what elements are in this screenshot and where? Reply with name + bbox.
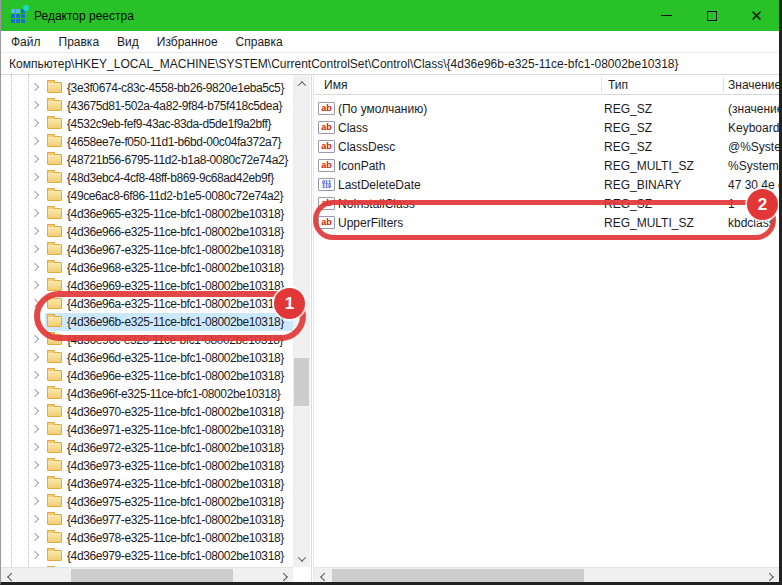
list-horizontal-scrollbar[interactable]: [314, 567, 779, 584]
maximize-button[interactable]: [689, 0, 734, 31]
tree-key-row[interactable]: {4d36e96c-e325-11ce-bfc1-08002be10318}: [1, 331, 293, 349]
tree-key-row[interactable]: {4d36e979-e325-11ce-bfc1-08002be10318}: [1, 547, 293, 565]
tree-key-row[interactable]: {4d36e968-e325-11ce-bfc1-08002be10318}: [1, 259, 293, 277]
value-row[interactable]: ab NoInstallClass REG_SZ 1: [314, 194, 779, 213]
tree-key-row[interactable]: {4d36e96d-e325-11ce-bfc1-08002be10318}: [1, 349, 293, 367]
tree-key-row[interactable]: {4d36e96f-e325-11ce-bfc1-08002be10318}: [1, 385, 293, 403]
chevron-right-icon[interactable]: [31, 173, 39, 181]
column-header-type[interactable]: Тип: [608, 78, 628, 92]
tree-horizontal-scrollbar[interactable]: [1, 567, 293, 584]
chevron-right-icon[interactable]: [31, 425, 39, 433]
scroll-right-arrow[interactable]: [276, 568, 293, 585]
chevron-right-icon[interactable]: [31, 119, 39, 127]
chevron-right-icon[interactable]: [31, 443, 39, 451]
chevron-right-icon[interactable]: [31, 479, 39, 487]
folder-icon: [47, 208, 62, 219]
tree-key-row[interactable]: {43675d81-502a-4a82-9f84-b75f418c5dea}: [1, 97, 293, 115]
menu-item-1[interactable]: Правка: [50, 33, 109, 51]
chevron-right-icon[interactable]: [31, 137, 39, 145]
chevron-right-icon[interactable]: [31, 551, 39, 559]
tree-key-label: {4658ee7e-f050-11d1-b6bd-00c04fa372a7}: [67, 135, 281, 149]
chevron-right-icon[interactable]: [31, 515, 39, 523]
tree-key-row[interactable]: {4d36e970-e325-11ce-bfc1-08002be10318}: [1, 403, 293, 421]
scroll-left-arrow[interactable]: [1, 568, 18, 585]
chevron-right-icon[interactable]: [31, 317, 39, 325]
scrollbar-thumb[interactable]: [332, 569, 584, 584]
chevron-right-icon[interactable]: [31, 83, 39, 91]
menu-item-3[interactable]: Избранное: [148, 33, 227, 51]
tree-key-row[interactable]: {4d36e975-e325-11ce-bfc1-08002be10318}: [1, 493, 293, 511]
address-bar[interactable]: Компьютер\HKEY_LOCAL_MACHINE\SYSTEM\Curr…: [1, 52, 779, 75]
minimize-button[interactable]: [644, 0, 689, 31]
chevron-right-icon[interactable]: [31, 155, 39, 163]
tree-key-row[interactable]: {48d3ebc4-4cf8-48ff-b869-9c68ad42eb9f}: [1, 169, 293, 187]
tree-key-row[interactable]: {4d36e973-e325-11ce-bfc1-08002be10318}: [1, 457, 293, 475]
chevron-right-icon[interactable]: [31, 101, 39, 109]
chevron-right-icon[interactable]: [31, 263, 39, 271]
value-row[interactable]: ab UpperFilters REG_MULTI_SZ kbdclass: [314, 213, 779, 232]
menu-item-0[interactable]: Файл: [2, 33, 50, 51]
column-separator[interactable]: [601, 77, 602, 93]
chevron-right-icon[interactable]: [31, 299, 39, 307]
chevron-right-icon[interactable]: [31, 371, 39, 379]
value-row[interactable]: 011110 LastDeleteDate REG_BINARY 47 30 4…: [314, 175, 779, 194]
chevron-right-icon[interactable]: [31, 461, 39, 469]
chevron-right-icon[interactable]: [31, 245, 39, 253]
tree-key-row[interactable]: {4d36e972-e325-11ce-bfc1-08002be10318}: [1, 439, 293, 457]
chevron-right-icon[interactable]: [31, 335, 39, 343]
folder-icon: [47, 280, 62, 291]
chevron-right-icon[interactable]: [31, 533, 39, 541]
scroll-up-arrow[interactable]: [293, 75, 310, 92]
tree-key-row[interactable]: {4d36e96a-e325-11ce-bfc1-08002be10318}: [1, 295, 293, 313]
value-name: ClassDesc: [338, 140, 395, 154]
scroll-down-arrow[interactable]: [293, 550, 310, 567]
tree-key-row[interactable]: {4532c9eb-fef9-43ac-83da-d5de1f9a2bff}: [1, 115, 293, 133]
registry-grid-icon: [10, 8, 26, 24]
scrollbar-thumb[interactable]: [71, 569, 233, 584]
chevron-right-icon[interactable]: [31, 209, 39, 217]
column-separator[interactable]: [723, 77, 724, 93]
menu-item-2[interactable]: Вид: [108, 33, 148, 51]
folder-icon: [47, 334, 62, 345]
folder-icon: [47, 226, 62, 237]
folder-icon: [47, 442, 62, 453]
tree-key-row[interactable]: {4d36e969-e325-11ce-bfc1-08002be10318}: [1, 277, 293, 295]
tree-key-row[interactable]: {4d36e96b-e325-11ce-bfc1-08002be10318}: [1, 313, 293, 331]
tree-key-row[interactable]: {4d36e977-e325-11ce-bfc1-08002be10318}: [1, 511, 293, 529]
tree-key-row[interactable]: {4d36e96e-e325-11ce-bfc1-08002be10318}: [1, 367, 293, 385]
tree-key-row[interactable]: {4d36e974-e325-11ce-bfc1-08002be10318}: [1, 475, 293, 493]
scroll-right-arrow[interactable]: [762, 568, 779, 585]
title-bar: Редактор реестра ✕: [1, 0, 779, 31]
chevron-right-icon[interactable]: [31, 227, 39, 235]
value-row[interactable]: ab (По умолчанию) REG_SZ (значение: [314, 99, 779, 118]
scroll-left-arrow[interactable]: [314, 568, 331, 585]
column-header-name[interactable]: Имя: [324, 78, 347, 92]
value-row[interactable]: ab IconPath REG_MULTI_SZ %SystemR: [314, 156, 779, 175]
tree-key-row[interactable]: {4658ee7e-f050-11d1-b6bd-00c04fa372a7}: [1, 133, 293, 151]
scrollbar-thumb[interactable]: [294, 358, 309, 406]
value-row[interactable]: ab Class REG_SZ Keyboard: [314, 118, 779, 137]
value-row[interactable]: ab ClassDesc REG_SZ @%Syster: [314, 137, 779, 156]
tree-key-row[interactable]: {4d36e978-e325-11ce-bfc1-08002be10318}: [1, 529, 293, 547]
tree-key-label: {4d36e96a-e325-11ce-bfc1-08002be10318}: [67, 297, 284, 311]
tree-key-row[interactable]: {48721b56-6795-11d2-b1a8-0080c72e74a2}: [1, 151, 293, 169]
chevron-right-icon[interactable]: [31, 497, 39, 505]
chevron-right-icon[interactable]: [31, 191, 39, 199]
menu-item-4[interactable]: Справка: [227, 33, 292, 51]
chevron-right-icon[interactable]: [31, 353, 39, 361]
chevron-right-icon[interactable]: [31, 281, 39, 289]
folder-icon: [47, 496, 62, 507]
tree-key-row[interactable]: {4d36e967-e325-11ce-bfc1-08002be10318}: [1, 241, 293, 259]
tree-key-row[interactable]: {4d36e971-e325-11ce-bfc1-08002be10318}: [1, 421, 293, 439]
tree-key-row[interactable]: {3e3f0674-c83c-4558-bb26-9820e1eba5c5}: [1, 79, 293, 97]
chevron-right-icon[interactable]: [31, 389, 39, 397]
folder-icon: [47, 154, 62, 165]
tree-vertical-scrollbar[interactable]: [293, 75, 310, 567]
tree-key-row[interactable]: {4d36e966-e325-11ce-bfc1-08002be10318}: [1, 223, 293, 241]
tree-key-row[interactable]: {49ce6ac8-6f86-11d2-b1e5-0080c72e74a2}: [1, 187, 293, 205]
chevron-right-icon[interactable]: [31, 407, 39, 415]
tree-key-row[interactable]: {4d36e965-e325-11ce-bfc1-08002be10318}: [1, 205, 293, 223]
tree-key-label: {49ce6ac8-6f86-11d2-b1e5-0080c72e74a2}: [67, 189, 283, 203]
column-header-value[interactable]: Значение: [728, 78, 779, 92]
close-button[interactable]: ✕: [734, 0, 779, 31]
